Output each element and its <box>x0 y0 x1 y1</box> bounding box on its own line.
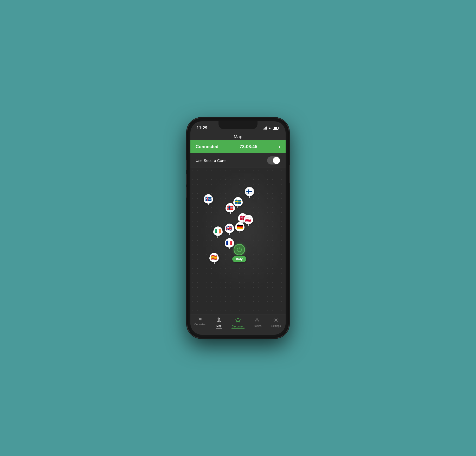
signal-icon <box>263 126 267 130</box>
flag-pin-sweden[interactable]: 🇸🇪 <box>233 197 243 208</box>
secure-core-bar: Use Secure Core <box>190 153 286 168</box>
connection-timer: 73:08:45 <box>240 144 257 149</box>
phone-screen: 11:29 ▲ Map <box>190 121 286 335</box>
connected-arrow-icon[interactable]: › <box>279 143 280 150</box>
disconnect-icon <box>235 317 241 324</box>
tab-profiles[interactable]: Profiles <box>248 316 267 330</box>
tab-countries-label: Countries <box>194 323 205 326</box>
tab-map-label: Map <box>216 325 221 327</box>
phone-device: 11:29 ▲ Map <box>187 118 289 338</box>
flag-pin-germany[interactable]: 🇩🇪 <box>235 222 245 233</box>
flag-circle-germany: 🇩🇪 <box>235 222 245 231</box>
flag-circle-poland: 🇵🇱 <box>244 215 253 224</box>
italy-active-pin[interactable]: Italy <box>232 244 246 262</box>
svg-marker-3 <box>235 318 241 322</box>
flag-circle-finland: 🇫🇮 <box>245 187 254 196</box>
power-button[interactable] <box>234 244 245 255</box>
profiles-icon <box>254 317 260 324</box>
flag-pin-spain[interactable]: 🇪🇸 <box>209 253 219 264</box>
secure-core-toggle[interactable] <box>267 156 280 164</box>
italy-label: Italy <box>232 256 246 262</box>
flag-circle-uk: 🇬🇧 <box>225 224 234 233</box>
flag-pin-uk[interactable]: 🇬🇧 <box>225 224 234 235</box>
flag-circle-iceland: 🇮🇸 <box>204 194 213 204</box>
connected-bar[interactable]: Connected 73:08:45 › <box>190 140 286 153</box>
svg-point-5 <box>275 319 277 321</box>
tab-settings[interactable]: Settings <box>267 316 286 330</box>
tab-profiles-label: Profiles <box>253 325 261 327</box>
svg-marker-0 <box>217 318 221 322</box>
notch <box>218 121 258 129</box>
tab-disconnect-label: Disconnect <box>231 325 244 328</box>
flag-circle-sweden: 🇸🇪 <box>233 197 243 206</box>
connection-status: Connected <box>196 144 218 149</box>
tab-countries[interactable]: ⚑ Countries <box>190 316 209 330</box>
map-icon <box>216 317 222 324</box>
tab-bar: ⚑ Countries Map <box>190 314 286 335</box>
toggle-knob <box>273 157 280 164</box>
secure-core-label: Use Secure Core <box>196 158 226 163</box>
battery-icon <box>273 127 279 130</box>
wifi-icon: ▲ <box>268 126 272 130</box>
flag-pin-finland[interactable]: 🇫🇮 <box>245 187 254 198</box>
map-area[interactable]: 🇮🇸 🇳🇴 🇸🇪 🇫🇮 🇩🇰 <box>190 168 286 314</box>
flag-circle-ireland: 🇮🇪 <box>213 226 223 236</box>
tab-disconnect[interactable]: Disconnect <box>228 316 247 330</box>
europe-overlay <box>201 173 280 299</box>
tab-settings-label: Settings <box>271 325 281 327</box>
status-icons: ▲ <box>263 126 279 130</box>
countries-icon: ⚑ <box>198 317 202 322</box>
settings-icon <box>273 317 279 324</box>
status-time: 11:29 <box>197 126 207 130</box>
nav-title: Map <box>190 133 286 140</box>
flag-pin-poland[interactable]: 🇵🇱 <box>244 215 253 226</box>
flag-pin-ireland[interactable]: 🇮🇪 <box>213 226 223 238</box>
flag-pin-iceland[interactable]: 🇮🇸 <box>204 194 213 205</box>
svg-point-4 <box>256 318 258 320</box>
tab-map[interactable]: Map <box>209 316 228 330</box>
flag-circle-spain: 🇪🇸 <box>209 253 219 262</box>
